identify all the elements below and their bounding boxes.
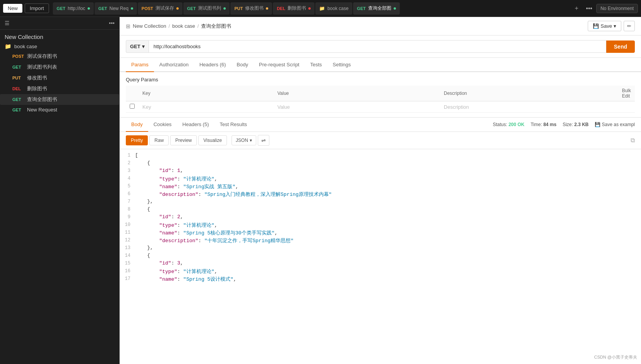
line-content: "name": "Spring 5设计模式",: [135, 276, 641, 283]
resp-tab-body[interactable]: Body: [126, 118, 148, 132]
sidebar-item-删除图书[interactable]: DEL删除图书: [0, 83, 119, 94]
code-line-7: 7 },: [120, 199, 641, 206]
row-check[interactable]: [126, 101, 139, 113]
resp-view-visualize[interactable]: Visualize: [198, 135, 227, 145]
save-label: Save: [600, 23, 612, 29]
req-tab-settings[interactable]: Settings: [327, 58, 356, 72]
format-chevron: ▾: [250, 138, 252, 143]
line-content: "id": 2,: [135, 214, 641, 222]
json-colon: :: [198, 238, 205, 244]
json-value: "计算机理论": [183, 222, 215, 228]
query-params-title: Query Params: [126, 77, 635, 83]
method-select[interactable]: GET ▾: [126, 40, 149, 53]
code-line-14: 14 {: [120, 253, 641, 260]
sidebar-more-button[interactable]: •••: [109, 20, 115, 26]
code-line-10: 10 "type": "计算机理论",: [120, 222, 641, 229]
sidebar-item-修改图书[interactable]: PUT修改图书: [0, 72, 119, 83]
code-line-11: 11 "name": "Spring 5核心原理与30个类手写实践",: [120, 229, 641, 237]
sidebar: ☰ ••• New Collection 📁 book case POST测试保…: [0, 17, 120, 364]
line-content: },: [135, 199, 641, 206]
sidebar-header: ☰ •••: [0, 17, 119, 30]
breadcrumb-current: 查询全部图书: [201, 23, 231, 30]
save-button[interactable]: 💾 Save ▾: [588, 21, 621, 31]
tab-get-newreq[interactable]: GETNew Req: [95, 2, 137, 15]
sidebar-item-label: New Request: [27, 107, 57, 113]
format-select[interactable]: JSON ▾: [232, 135, 256, 145]
sidebar-item-测试图书列表[interactable]: GET测试图书列表: [0, 62, 119, 72]
breadcrumb-folder[interactable]: book case: [172, 23, 195, 29]
sidebar-filter-button[interactable]: ☰: [5, 20, 10, 26]
sidebar-item-New Request[interactable]: GETNew Request: [0, 105, 119, 115]
tab-get-localhost[interactable]: GEThttp://loc: [53, 2, 94, 15]
sidebar-item-label: 删除图书: [27, 85, 47, 92]
sidebar-item-测试保存图书[interactable]: POST测试保存图书: [0, 51, 119, 62]
sidebar-item-method: GET: [12, 65, 24, 69]
line-content: {: [135, 206, 641, 214]
json-colon: :: [177, 230, 183, 236]
json-colon: :: [177, 222, 183, 228]
resp-view-raw[interactable]: Raw: [149, 135, 169, 145]
req-tab-body[interactable]: Body: [231, 58, 254, 72]
req-tab-tests[interactable]: Tests: [305, 58, 327, 72]
sidebar-item-method: PUT: [12, 76, 24, 80]
line-content: [: [135, 152, 641, 160]
resp-status-area: Status: 200 OK Time: 84 ms Size: 2.3 KB …: [493, 122, 635, 127]
breadcrumb-collection[interactable]: New Collection: [133, 23, 166, 29]
line-content: "name": "Spring实战 第五版",: [135, 183, 641, 191]
resp-tab-testresults[interactable]: Test Results: [214, 118, 252, 132]
json-colon: :: [171, 168, 178, 174]
code-line-3: 3 "id": 1,: [120, 168, 641, 175]
params-desc-header: Description: [440, 86, 618, 101]
line-number: 14: [120, 253, 135, 260]
copy-button[interactable]: ⧉: [631, 137, 635, 144]
tab-get-all[interactable]: GET查询全部图: [353, 2, 400, 15]
tab-status-dot: [223, 7, 226, 10]
json-colon: :: [177, 269, 183, 275]
add-tab-button[interactable]: ＋: [571, 3, 582, 14]
json-value: "Spring实战 第五版": [183, 184, 235, 190]
sidebar-item-method: POST: [12, 54, 24, 59]
code-line-12: 12 "description": "十年沉淀之作，手写Spring精华思想": [120, 237, 641, 245]
edit-button[interactable]: ✏: [624, 21, 635, 31]
send-button[interactable]: Send: [606, 40, 635, 53]
save-icon: 💾: [593, 23, 599, 29]
json-value: 2: [177, 214, 180, 220]
wrap-button[interactable]: ⇌: [258, 135, 269, 146]
resp-tab-headers[interactable]: Headers (5): [177, 118, 215, 132]
url-input[interactable]: [149, 40, 606, 53]
sidebar-folder-bookcase[interactable]: 📁 book case: [0, 42, 119, 51]
tab-put-modify[interactable]: PUT修改图书: [230, 2, 272, 15]
row-checkbox[interactable]: [130, 104, 135, 109]
row-key[interactable]: Key: [139, 101, 274, 113]
response-header: BodyCookiesHeaders (5)Test Results Statu…: [120, 118, 641, 132]
save-example-button[interactable]: 💾 Save as exampl: [595, 122, 635, 127]
tab-post-test[interactable]: POST测试保存: [138, 2, 183, 15]
json-value: "Spring 5核心原理与30个类手写实践": [183, 230, 275, 236]
bulk-edit-link[interactable]: Bulk Edit: [622, 88, 631, 99]
tab-del-delete[interactable]: DEL删除图书: [273, 2, 315, 15]
req-tab-auth[interactable]: Authorization: [154, 58, 194, 72]
row-desc[interactable]: Description: [440, 101, 618, 113]
import-button[interactable]: Import: [25, 3, 49, 13]
resp-tab-cookies[interactable]: Cookies: [148, 118, 177, 132]
req-tab-headers[interactable]: Headers (6): [194, 58, 232, 72]
tab-get-list[interactable]: GET测试图书列: [183, 2, 230, 15]
tab-folder-bookcase[interactable]: 📁book case: [315, 2, 352, 15]
row-value[interactable]: Value: [274, 101, 440, 113]
more-tabs-button[interactable]: •••: [583, 3, 595, 13]
environment-selector[interactable]: No Environment: [596, 4, 638, 13]
new-button[interactable]: New: [3, 4, 22, 13]
resp-view-preview[interactable]: Preview: [170, 135, 197, 145]
sidebar-item-查询全部图书[interactable]: GET查询全部图书: [0, 94, 119, 105]
tab-status-dot: [88, 7, 90, 10]
line-content: "type": "计算机理论",: [135, 268, 641, 276]
tab-bar: New Import GEThttp://locGETNew ReqPOST测试…: [0, 0, 641, 17]
line-number: 2: [120, 160, 135, 168]
req-tab-params[interactable]: Params: [126, 58, 154, 72]
code-viewer[interactable]: 1[2 {3 "id": 1,4 "type": "计算机理论",5 "name…: [120, 149, 641, 364]
json-key: "description": [159, 192, 198, 197]
resp-view-pretty[interactable]: Pretty: [126, 135, 148, 145]
folder-tab-icon: 📁: [319, 6, 325, 11]
req-tab-prerequest[interactable]: Pre-request Script: [254, 58, 305, 72]
line-number: 1: [120, 152, 135, 160]
